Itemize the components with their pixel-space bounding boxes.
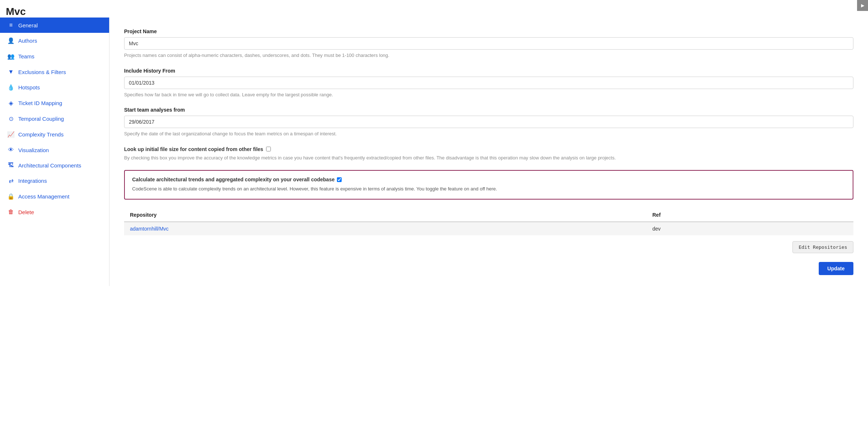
sidebar-item-label-hotspots: Hotspots xyxy=(18,84,40,90)
calc-trends-hint: CodeScene is able to calculate complexit… xyxy=(132,185,845,193)
sidebar-item-hotspots[interactable]: 💧Hotspots xyxy=(0,80,109,95)
sidebar-item-label-teams: Teams xyxy=(18,53,34,59)
include-history-input[interactable] xyxy=(124,77,853,89)
calc-trends-title: Calculate architectural trends and aggre… xyxy=(132,177,845,182)
visualization-icon: 👁 xyxy=(7,147,15,153)
sidebar-item-architectural-components[interactable]: 🏗Architectural Components xyxy=(0,158,109,173)
sidebar-item-label-general: General xyxy=(18,22,38,28)
sidebar-item-label-integrations: Integrations xyxy=(18,178,47,184)
lookup-checkbox[interactable] xyxy=(266,147,271,151)
ticket-id-mapping-icon: ◈ xyxy=(7,100,15,107)
sidebar-item-label-access-management: Access Management xyxy=(18,193,69,200)
repo-table: Repository Ref adamtornhill/Mvcdev xyxy=(124,208,853,235)
sidebar-item-label-ticket-id-mapping: Ticket ID Mapping xyxy=(18,100,62,106)
sidebar-item-label-authors: Authors xyxy=(18,38,37,44)
teams-icon: 👥 xyxy=(7,53,15,60)
project-name-label: Project Name xyxy=(124,28,853,34)
architectural-components-icon: 🏗 xyxy=(7,162,15,169)
col-ref: Ref xyxy=(646,208,853,222)
delete-icon: 🗑 xyxy=(7,209,15,215)
sidebar-item-temporal-coupling[interactable]: ⊙Temporal Coupling xyxy=(0,111,109,127)
start-team-group: Start team analyses from Specify the dat… xyxy=(124,107,853,138)
repo-link[interactable]: adamtornhill/Mvc xyxy=(130,226,169,232)
sidebar: ≡General👤Authors👥Teams▼Exclusions & Filt… xyxy=(0,18,110,286)
calc-trends-checkbox[interactable] xyxy=(337,177,342,182)
lookup-hint: By checking this box you improve the acc… xyxy=(124,154,853,162)
sidebar-item-complexity-trends[interactable]: 📈Complexity Trends xyxy=(0,127,109,142)
sidebar-item-label-complexity-trends: Complexity Trends xyxy=(18,131,64,138)
integrations-icon: ⇄ xyxy=(7,177,15,184)
hotspots-icon: 💧 xyxy=(7,84,15,91)
sidebar-item-visualization[interactable]: 👁Visualization xyxy=(0,142,109,158)
sidebar-item-general[interactable]: ≡General xyxy=(0,18,109,33)
bottom-actions: Update xyxy=(124,259,853,275)
include-history-label: Include History From xyxy=(124,68,853,74)
start-team-input[interactable] xyxy=(124,116,853,128)
sidebar-item-ticket-id-mapping[interactable]: ◈Ticket ID Mapping xyxy=(0,95,109,111)
project-name-hint: Projects names can consist of alpha-nume… xyxy=(124,52,853,59)
col-repository: Repository xyxy=(124,208,646,222)
complexity-trends-icon: 📈 xyxy=(7,131,15,138)
sidebar-item-label-temporal-coupling: Temporal Coupling xyxy=(18,116,64,122)
temporal-coupling-icon: ⊙ xyxy=(7,115,15,122)
authors-icon: 👤 xyxy=(7,37,15,44)
calc-trends-box: Calculate architectural trends and aggre… xyxy=(124,170,853,200)
include-history-hint: Specifies how far back in time we will g… xyxy=(124,91,853,99)
sidebar-item-teams[interactable]: 👥Teams xyxy=(0,49,109,64)
exclusions-icon: ▼ xyxy=(7,69,15,75)
start-team-hint: Specify the date of the last organizatio… xyxy=(124,130,853,138)
update-button[interactable]: Update xyxy=(819,262,853,275)
sidebar-item-delete[interactable]: 🗑Delete xyxy=(0,204,109,220)
lookup-group: Look up initial file size for content co… xyxy=(124,146,853,162)
sidebar-item-label-exclusions: Exclusions & Filters xyxy=(18,69,66,75)
sidebar-item-exclusions[interactable]: ▼Exclusions & Filters xyxy=(0,64,109,80)
edit-repositories-button[interactable]: Edit Repositories xyxy=(792,241,853,253)
repo-ref: dev xyxy=(646,222,853,235)
sidebar-item-integrations[interactable]: ⇄Integrations xyxy=(0,173,109,189)
lookup-checkbox-row: Look up initial file size for content co… xyxy=(124,146,853,152)
page-title: Mvc xyxy=(0,0,868,18)
table-row: adamtornhill/Mvcdev xyxy=(124,222,853,235)
sidebar-item-label-delete: Delete xyxy=(18,209,34,215)
sidebar-item-authors[interactable]: 👤Authors xyxy=(0,33,109,49)
lookup-label: Look up initial file size for content co… xyxy=(124,146,263,152)
sidebar-item-label-visualization: Visualization xyxy=(18,147,49,153)
panel-toggle-button[interactable]: ▶ xyxy=(857,0,868,11)
table-actions: Edit Repositories xyxy=(124,241,853,253)
sidebar-item-label-architectural-components: Architectural Components xyxy=(18,162,81,169)
sidebar-item-access-management[interactable]: 🔒Access Management xyxy=(0,189,109,204)
project-name-input[interactable] xyxy=(124,37,853,50)
main-content: Project Name Projects names can consist … xyxy=(110,18,868,286)
general-icon: ≡ xyxy=(7,22,15,28)
access-management-icon: 🔒 xyxy=(7,193,15,200)
project-name-group: Project Name Projects names can consist … xyxy=(124,28,853,59)
start-team-label: Start team analyses from xyxy=(124,107,853,113)
include-history-group: Include History From Specifies how far b… xyxy=(124,68,853,99)
